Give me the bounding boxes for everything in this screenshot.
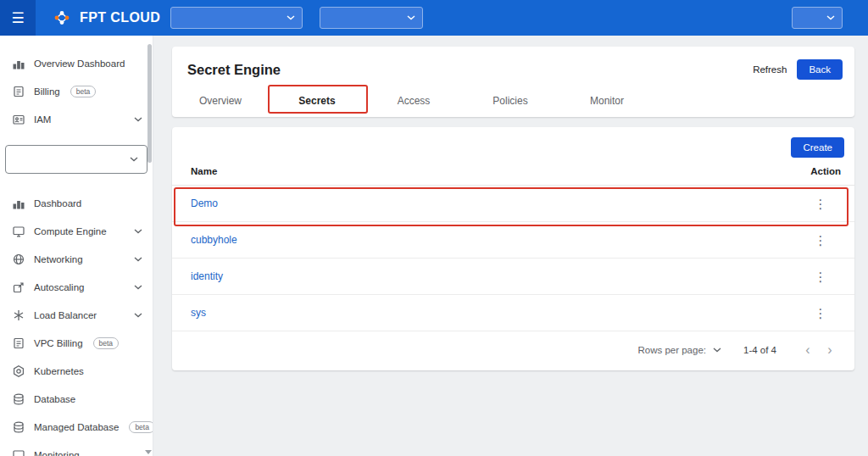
tab-bar: Overview Secrets Access Policies Monitor (172, 85, 854, 117)
chevron-down-icon (130, 157, 138, 162)
scrollbar-thumb[interactable] (147, 44, 152, 163)
sidebar-item-label: VPC Billing (34, 338, 83, 348)
secret-engine-link[interactable]: Demo (191, 197, 797, 209)
secret-engine-link[interactable]: identity (191, 270, 797, 282)
sidebar-item-label: Database (34, 394, 75, 404)
column-header-name: Name (191, 166, 797, 176)
table-header: Name Action (172, 166, 854, 186)
beta-badge: beta (70, 86, 97, 97)
tab-policies[interactable]: Policies (462, 95, 559, 107)
sidebar-item-label: Billing (34, 86, 60, 97)
chevron-down-icon (134, 117, 142, 122)
sidebar-item-label: Kubernetes (34, 366, 84, 376)
id-card-icon (12, 113, 25, 126)
rows-per-page-select[interactable] (713, 348, 721, 353)
pagination-range: 1-4 of 4 (743, 345, 776, 355)
globe-icon (12, 253, 25, 266)
row-actions-kebab-icon[interactable]: ⋮ (797, 270, 844, 283)
beta-badge: beta (93, 337, 120, 349)
billing-icon (12, 85, 25, 98)
sidebar: Overview Dashboard Billing beta IAM (0, 36, 153, 456)
brand-name: FPT CLOUD (80, 10, 160, 25)
secret-engine-header-card: Secret Engine Refresh Back Overview Secr… (172, 47, 854, 117)
chevron-down-icon (407, 15, 415, 20)
sidebar-item-networking[interactable]: Networking (0, 245, 153, 273)
database-icon (12, 420, 25, 434)
refresh-button[interactable]: Refresh (753, 64, 787, 75)
tab-overview[interactable]: Overview (172, 95, 269, 107)
chevron-down-icon (134, 313, 142, 318)
row-actions-kebab-icon[interactable]: ⋮ (797, 234, 844, 247)
sidebar-item-kubernetes[interactable]: Kubernetes (0, 357, 153, 385)
sidebar-item-label: Autoscaling (34, 282, 84, 292)
bar-chart-icon (12, 197, 25, 210)
sidebar-item-vpc-billing[interactable]: VPC Billing beta (0, 329, 153, 357)
billing-icon (12, 336, 25, 350)
menu-icon: ☰ (11, 9, 24, 27)
secrets-table-card: Create Name Action Demo ⋮ cubbyhole ⋮ id… (172, 127, 854, 370)
page-title: Secret Engine (187, 62, 281, 78)
monitor-icon (12, 225, 25, 238)
sidebar-item-compute-engine[interactable]: Compute Engine (0, 217, 153, 245)
pagination: Rows per page: 1-4 of 4 ‹ › (172, 331, 854, 369)
row-actions-kebab-icon[interactable]: ⋮ (797, 307, 844, 320)
table-row[interactable]: cubbyhole ⋮ (172, 222, 854, 259)
previous-page-icon[interactable]: ‹ (797, 342, 819, 358)
tab-monitor[interactable]: Monitor (559, 95, 655, 107)
account-select[interactable] (792, 7, 843, 29)
row-actions-kebab-icon[interactable]: ⋮ (797, 197, 844, 210)
main-content: Secret Engine Refresh Back Overview Secr… (153, 36, 868, 456)
secret-engine-link[interactable]: sys (191, 307, 797, 319)
sidebar-item-label: Overview Dashboard (34, 58, 125, 69)
sidebar-item-label: IAM (34, 114, 51, 125)
tab-access[interactable]: Access (365, 95, 462, 107)
next-page-icon[interactable]: › (819, 342, 841, 358)
monitor-icon (12, 448, 25, 456)
back-button[interactable]: Back (797, 59, 843, 80)
sidebar-item-dashboard[interactable]: Dashboard (0, 189, 153, 217)
kubernetes-icon (12, 364, 25, 378)
chevron-down-icon (287, 15, 295, 20)
column-header-action: Action (797, 166, 844, 176)
sidebar-item-label: Managed Database (34, 422, 119, 432)
brand: FPT CLOUD (51, 7, 160, 29)
scrollbar-down-arrow-icon[interactable] (145, 450, 152, 454)
sidebar-scrollbar[interactable] (147, 36, 152, 456)
chevron-down-icon (134, 229, 142, 234)
chevron-down-icon (134, 285, 142, 290)
project-select[interactable] (320, 7, 423, 29)
tab-secrets[interactable]: Secrets (269, 95, 365, 107)
table-row[interactable]: Demo ⋮ (172, 186, 854, 222)
database-icon (12, 392, 25, 406)
sidebar-item-monitoring[interactable]: Monitoring (0, 441, 153, 456)
table-row[interactable]: sys ⋮ (172, 295, 854, 331)
create-button[interactable]: Create (791, 137, 844, 158)
secret-engine-link[interactable]: cubbyhole (191, 234, 797, 246)
bar-chart-icon (12, 57, 25, 70)
sidebar-item-label: Dashboard (34, 198, 81, 209)
sidebar-item-billing[interactable]: Billing beta (0, 77, 153, 105)
sidebar-item-autoscaling[interactable]: Autoscaling (0, 273, 153, 301)
table-row[interactable]: identity ⋮ (172, 259, 854, 295)
sidebar-item-label: Networking (34, 254, 83, 264)
sidebar-item-load-balancer[interactable]: Load Balancer (0, 301, 153, 329)
sidebar-item-managed-database[interactable]: Managed Database beta (0, 413, 153, 441)
sidebar-item-label: Load Balancer (34, 310, 97, 320)
sidebar-item-overview-dashboard[interactable]: Overview Dashboard (0, 49, 153, 77)
chevron-down-icon (826, 15, 835, 20)
sidebar-item-label: Monitoring (34, 450, 80, 456)
sidebar-item-label: Compute Engine (34, 226, 107, 236)
menu-button[interactable]: ☰ (0, 0, 36, 36)
sidebar-project-select[interactable] (5, 145, 147, 174)
load-balancer-icon (12, 309, 25, 322)
rows-per-page-label: Rows per page: (637, 345, 706, 355)
sidebar-item-iam[interactable]: IAM (0, 105, 153, 133)
chevron-down-icon (134, 257, 142, 262)
brand-logo-icon (51, 7, 73, 29)
sidebar-item-database[interactable]: Database (0, 385, 153, 413)
region-select[interactable] (170, 7, 303, 29)
autoscaling-icon (12, 281, 25, 294)
topbar: ☰ FPT CLOUD (0, 0, 868, 36)
